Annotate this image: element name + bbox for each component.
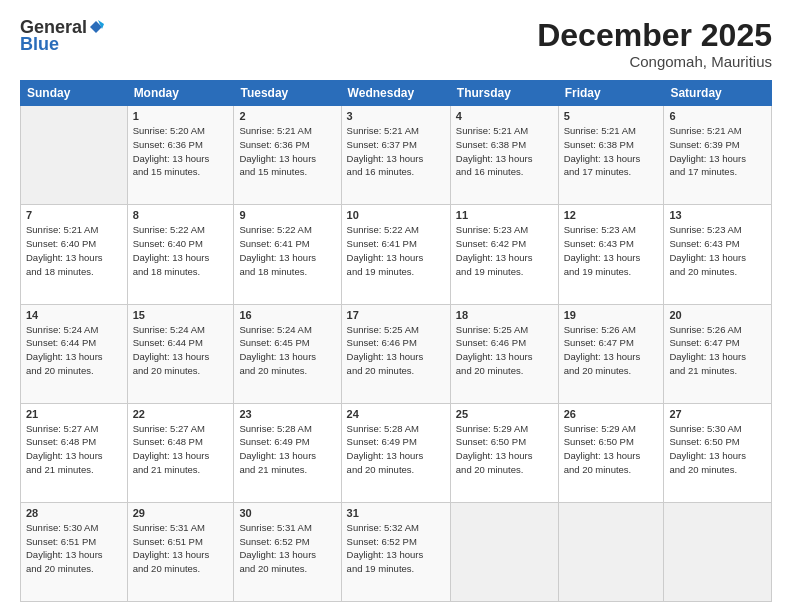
calendar-cell: 13Sunrise: 5:23 AMSunset: 6:43 PMDayligh… xyxy=(664,205,772,304)
calendar-cell: 20Sunrise: 5:26 AMSunset: 6:47 PMDayligh… xyxy=(664,304,772,403)
weekday-header: Saturday xyxy=(664,81,772,106)
weekday-header: Friday xyxy=(558,81,664,106)
day-number: 15 xyxy=(133,309,229,321)
day-info: Sunrise: 5:22 AMSunset: 6:40 PMDaylight:… xyxy=(133,223,229,278)
day-info: Sunrise: 5:31 AMSunset: 6:51 PMDaylight:… xyxy=(133,521,229,576)
day-info: Sunrise: 5:23 AMSunset: 6:43 PMDaylight:… xyxy=(669,223,766,278)
calendar-cell xyxy=(558,502,664,601)
location: Congomah, Mauritius xyxy=(537,53,772,70)
day-info: Sunrise: 5:23 AMSunset: 6:42 PMDaylight:… xyxy=(456,223,553,278)
day-number: 3 xyxy=(347,110,445,122)
day-number: 27 xyxy=(669,408,766,420)
calendar-week-row: 7Sunrise: 5:21 AMSunset: 6:40 PMDaylight… xyxy=(21,205,772,304)
calendar-week-row: 14Sunrise: 5:24 AMSunset: 6:44 PMDayligh… xyxy=(21,304,772,403)
weekday-header: Wednesday xyxy=(341,81,450,106)
day-info: Sunrise: 5:29 AMSunset: 6:50 PMDaylight:… xyxy=(564,422,659,477)
day-number: 30 xyxy=(239,507,335,519)
day-info: Sunrise: 5:24 AMSunset: 6:44 PMDaylight:… xyxy=(26,323,122,378)
day-info: Sunrise: 5:26 AMSunset: 6:47 PMDaylight:… xyxy=(669,323,766,378)
calendar-cell: 22Sunrise: 5:27 AMSunset: 6:48 PMDayligh… xyxy=(127,403,234,502)
day-info: Sunrise: 5:27 AMSunset: 6:48 PMDaylight:… xyxy=(26,422,122,477)
header: General Blue December 2025 Congomah, Mau… xyxy=(20,18,772,70)
day-info: Sunrise: 5:30 AMSunset: 6:51 PMDaylight:… xyxy=(26,521,122,576)
day-info: Sunrise: 5:32 AMSunset: 6:52 PMDaylight:… xyxy=(347,521,445,576)
weekday-row: SundayMondayTuesdayWednesdayThursdayFrid… xyxy=(21,81,772,106)
calendar-cell: 12Sunrise: 5:23 AMSunset: 6:43 PMDayligh… xyxy=(558,205,664,304)
day-number: 8 xyxy=(133,209,229,221)
logo-icon xyxy=(88,19,104,35)
day-number: 26 xyxy=(564,408,659,420)
day-number: 19 xyxy=(564,309,659,321)
day-number: 25 xyxy=(456,408,553,420)
day-number: 12 xyxy=(564,209,659,221)
day-number: 7 xyxy=(26,209,122,221)
day-info: Sunrise: 5:21 AMSunset: 6:37 PMDaylight:… xyxy=(347,124,445,179)
day-info: Sunrise: 5:21 AMSunset: 6:38 PMDaylight:… xyxy=(456,124,553,179)
calendar-cell: 30Sunrise: 5:31 AMSunset: 6:52 PMDayligh… xyxy=(234,502,341,601)
calendar-cell: 11Sunrise: 5:23 AMSunset: 6:42 PMDayligh… xyxy=(450,205,558,304)
calendar-cell: 8Sunrise: 5:22 AMSunset: 6:40 PMDaylight… xyxy=(127,205,234,304)
calendar-body: 1Sunrise: 5:20 AMSunset: 6:36 PMDaylight… xyxy=(21,106,772,602)
day-info: Sunrise: 5:21 AMSunset: 6:38 PMDaylight:… xyxy=(564,124,659,179)
page: General Blue December 2025 Congomah, Mau… xyxy=(0,0,792,612)
day-info: Sunrise: 5:26 AMSunset: 6:47 PMDaylight:… xyxy=(564,323,659,378)
day-number: 6 xyxy=(669,110,766,122)
day-info: Sunrise: 5:23 AMSunset: 6:43 PMDaylight:… xyxy=(564,223,659,278)
calendar-cell xyxy=(21,106,128,205)
calendar-cell: 27Sunrise: 5:30 AMSunset: 6:50 PMDayligh… xyxy=(664,403,772,502)
day-number: 21 xyxy=(26,408,122,420)
day-info: Sunrise: 5:21 AMSunset: 6:40 PMDaylight:… xyxy=(26,223,122,278)
calendar-cell: 6Sunrise: 5:21 AMSunset: 6:39 PMDaylight… xyxy=(664,106,772,205)
day-number: 13 xyxy=(669,209,766,221)
day-info: Sunrise: 5:20 AMSunset: 6:36 PMDaylight:… xyxy=(133,124,229,179)
calendar-cell: 23Sunrise: 5:28 AMSunset: 6:49 PMDayligh… xyxy=(234,403,341,502)
calendar-cell: 29Sunrise: 5:31 AMSunset: 6:51 PMDayligh… xyxy=(127,502,234,601)
day-info: Sunrise: 5:24 AMSunset: 6:44 PMDaylight:… xyxy=(133,323,229,378)
calendar-cell: 25Sunrise: 5:29 AMSunset: 6:50 PMDayligh… xyxy=(450,403,558,502)
calendar-cell: 21Sunrise: 5:27 AMSunset: 6:48 PMDayligh… xyxy=(21,403,128,502)
calendar-cell: 16Sunrise: 5:24 AMSunset: 6:45 PMDayligh… xyxy=(234,304,341,403)
day-number: 17 xyxy=(347,309,445,321)
day-info: Sunrise: 5:22 AMSunset: 6:41 PMDaylight:… xyxy=(347,223,445,278)
calendar-cell xyxy=(664,502,772,601)
calendar-cell xyxy=(450,502,558,601)
day-info: Sunrise: 5:28 AMSunset: 6:49 PMDaylight:… xyxy=(239,422,335,477)
calendar-cell: 17Sunrise: 5:25 AMSunset: 6:46 PMDayligh… xyxy=(341,304,450,403)
day-info: Sunrise: 5:31 AMSunset: 6:52 PMDaylight:… xyxy=(239,521,335,576)
day-number: 20 xyxy=(669,309,766,321)
title-block: December 2025 Congomah, Mauritius xyxy=(537,18,772,70)
day-number: 29 xyxy=(133,507,229,519)
weekday-header: Monday xyxy=(127,81,234,106)
day-number: 28 xyxy=(26,507,122,519)
calendar-cell: 3Sunrise: 5:21 AMSunset: 6:37 PMDaylight… xyxy=(341,106,450,205)
calendar-cell: 18Sunrise: 5:25 AMSunset: 6:46 PMDayligh… xyxy=(450,304,558,403)
day-number: 11 xyxy=(456,209,553,221)
day-number: 9 xyxy=(239,209,335,221)
calendar-cell: 26Sunrise: 5:29 AMSunset: 6:50 PMDayligh… xyxy=(558,403,664,502)
day-number: 1 xyxy=(133,110,229,122)
calendar-cell: 24Sunrise: 5:28 AMSunset: 6:49 PMDayligh… xyxy=(341,403,450,502)
day-info: Sunrise: 5:28 AMSunset: 6:49 PMDaylight:… xyxy=(347,422,445,477)
logo: General Blue xyxy=(20,18,104,55)
day-number: 16 xyxy=(239,309,335,321)
day-number: 5 xyxy=(564,110,659,122)
calendar-cell: 15Sunrise: 5:24 AMSunset: 6:44 PMDayligh… xyxy=(127,304,234,403)
calendar-cell: 14Sunrise: 5:24 AMSunset: 6:44 PMDayligh… xyxy=(21,304,128,403)
weekday-header: Sunday xyxy=(21,81,128,106)
day-info: Sunrise: 5:29 AMSunset: 6:50 PMDaylight:… xyxy=(456,422,553,477)
day-number: 14 xyxy=(26,309,122,321)
calendar-cell: 10Sunrise: 5:22 AMSunset: 6:41 PMDayligh… xyxy=(341,205,450,304)
day-info: Sunrise: 5:21 AMSunset: 6:39 PMDaylight:… xyxy=(669,124,766,179)
weekday-header: Tuesday xyxy=(234,81,341,106)
calendar-cell: 9Sunrise: 5:22 AMSunset: 6:41 PMDaylight… xyxy=(234,205,341,304)
calendar-cell: 1Sunrise: 5:20 AMSunset: 6:36 PMDaylight… xyxy=(127,106,234,205)
calendar-cell: 19Sunrise: 5:26 AMSunset: 6:47 PMDayligh… xyxy=(558,304,664,403)
day-info: Sunrise: 5:25 AMSunset: 6:46 PMDaylight:… xyxy=(347,323,445,378)
calendar-cell: 5Sunrise: 5:21 AMSunset: 6:38 PMDaylight… xyxy=(558,106,664,205)
day-info: Sunrise: 5:25 AMSunset: 6:46 PMDaylight:… xyxy=(456,323,553,378)
logo-blue-text: Blue xyxy=(20,34,59,54)
day-number: 10 xyxy=(347,209,445,221)
calendar-cell: 7Sunrise: 5:21 AMSunset: 6:40 PMDaylight… xyxy=(21,205,128,304)
calendar-week-row: 28Sunrise: 5:30 AMSunset: 6:51 PMDayligh… xyxy=(21,502,772,601)
day-info: Sunrise: 5:24 AMSunset: 6:45 PMDaylight:… xyxy=(239,323,335,378)
